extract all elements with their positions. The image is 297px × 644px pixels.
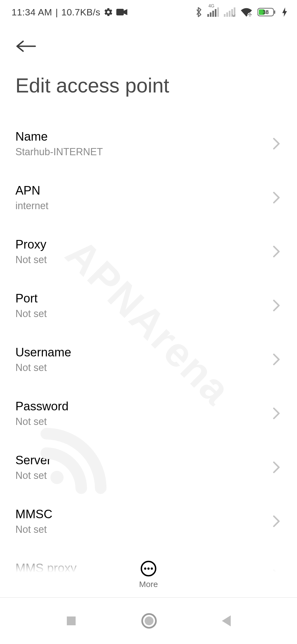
status-net-speed: 10.7KB/s <box>61 7 100 18</box>
row-server[interactable]: Server Not set <box>15 441 282 495</box>
row-value: Not set <box>15 308 47 320</box>
row-username[interactable]: Username Not set <box>15 333 282 387</box>
svg-point-19 <box>147 567 150 570</box>
svg-rect-2 <box>207 14 209 17</box>
signal-sim2-icon <box>224 7 235 17</box>
status-bar: 11:34 AM | 10.7KB/s 4G <box>0 0 297 24</box>
row-value: Not set <box>15 524 52 535</box>
network-type-badge: 4G <box>208 4 214 9</box>
more-label: More <box>139 580 158 589</box>
row-value: Not set <box>15 416 68 427</box>
row-value: Not set <box>15 362 71 373</box>
row-label: Username <box>15 345 71 359</box>
row-label: Server <box>15 453 51 467</box>
camera-icon <box>116 8 127 16</box>
chevron-right-icon <box>273 461 280 473</box>
status-separator: | <box>56 7 58 18</box>
gear-icon <box>104 7 113 17</box>
more-circle-icon <box>140 560 157 577</box>
charging-bolt-icon <box>282 7 287 17</box>
row-label: APN <box>15 184 48 197</box>
battery-percent-text: 38 <box>263 9 269 15</box>
svg-rect-8 <box>226 12 228 17</box>
svg-rect-5 <box>215 9 216 17</box>
chevron-right-icon <box>273 192 280 204</box>
row-port[interactable]: Port Not set <box>15 279 282 333</box>
row-proxy[interactable]: Proxy Not set <box>15 225 282 279</box>
battery-icon: 38 <box>257 7 277 17</box>
nav-recents-button[interactable] <box>65 614 78 627</box>
svg-rect-6 <box>217 7 219 17</box>
signal-sim1-icon: 4G <box>207 7 219 17</box>
svg-rect-21 <box>67 616 76 625</box>
svg-rect-7 <box>224 14 226 17</box>
svg-rect-4 <box>212 11 214 17</box>
chevron-right-icon <box>273 407 280 419</box>
row-value: Not set <box>15 254 47 266</box>
svg-rect-9 <box>229 11 230 17</box>
system-nav-bar <box>0 597 297 644</box>
nav-home-button[interactable] <box>141 613 157 629</box>
chevron-right-icon <box>273 138 280 150</box>
svg-point-20 <box>151 567 153 570</box>
wifi-icon <box>240 7 252 17</box>
row-value: Not set <box>15 470 51 481</box>
back-button[interactable] <box>15 40 37 53</box>
row-label: Password <box>15 399 68 413</box>
row-name[interactable]: Name Starhub-INTERNET <box>15 117 282 171</box>
status-left-cluster: 11:34 AM | 10.7KB/s <box>12 7 127 18</box>
more-button[interactable]: More <box>0 560 297 589</box>
svg-rect-3 <box>210 12 211 17</box>
row-label: Port <box>15 291 47 305</box>
nav-back-button[interactable] <box>220 614 232 627</box>
status-time: 11:34 AM <box>12 7 52 18</box>
svg-point-23 <box>145 616 153 625</box>
chevron-right-icon <box>273 515 280 527</box>
svg-rect-1 <box>116 9 124 15</box>
chevron-right-icon <box>273 353 280 365</box>
row-value: internet <box>15 200 48 212</box>
svg-point-13 <box>249 15 251 17</box>
page-title: Edit access point <box>0 54 297 117</box>
row-label: MMSC <box>15 507 52 521</box>
row-value: Starhub-INTERNET <box>15 146 103 158</box>
row-mmsc[interactable]: MMSC Not set <box>15 495 282 549</box>
row-apn[interactable]: APN internet <box>15 171 282 225</box>
row-label: Proxy <box>15 238 47 251</box>
svg-point-18 <box>144 567 146 570</box>
chevron-right-icon <box>273 245 280 258</box>
bluetooth-icon <box>195 7 202 18</box>
chevron-right-icon <box>273 299 280 312</box>
status-right-cluster: 4G <box>195 7 287 18</box>
row-label: Name <box>15 130 103 143</box>
settings-list: Name Starhub-INTERNET APN internet Proxy… <box>0 117 297 602</box>
row-password[interactable]: Password Not set <box>15 387 282 441</box>
svg-rect-15 <box>274 10 275 14</box>
